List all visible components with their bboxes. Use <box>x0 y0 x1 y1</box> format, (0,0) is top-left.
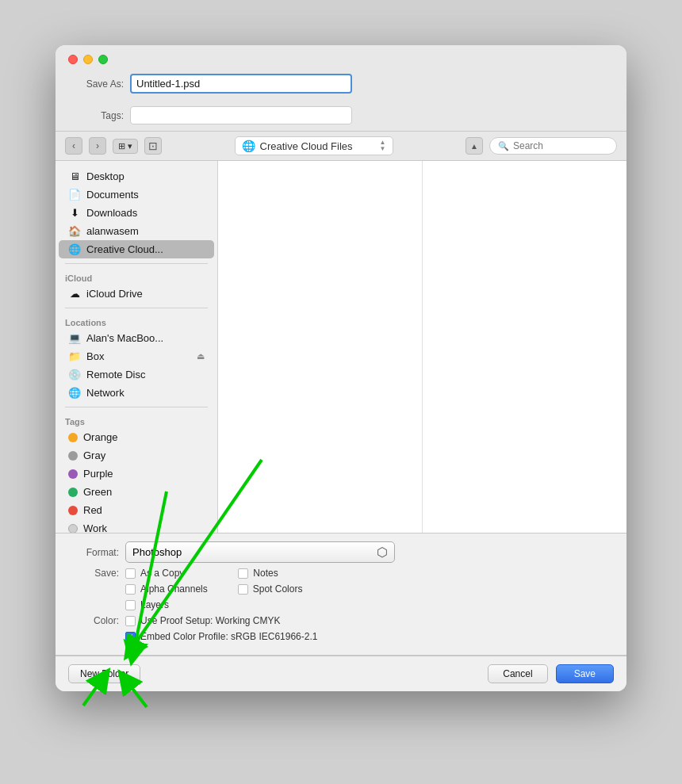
save-options-row: Save: As a Copy Notes <box>71 568 611 579</box>
embed-profile-group: Embed Color Profile: sRGB IEC61966-2.1 <box>125 631 317 642</box>
save-dialog: Save As: Tags: ‹ › ⊞ ▾ ⊡ 🌐 Creative Clou… <box>56 45 626 691</box>
format-arrow: ⬡ <box>377 545 388 560</box>
save-options-row-3: Layers <box>71 599 611 610</box>
layers-checkbox[interactable] <box>125 600 136 610</box>
purple-dot <box>68 469 78 479</box>
folder-icon: ⊡ <box>148 140 158 152</box>
as-copy-label: As a Copy <box>140 568 184 579</box>
maximize-button[interactable] <box>98 55 108 64</box>
sidebar-item-documents[interactable]: 📄 Documents <box>59 185 214 204</box>
location-dropdown[interactable]: 🌐 Creative Cloud Files ▲ ▼ <box>235 136 393 155</box>
back-button[interactable]: ‹ <box>65 137 82 155</box>
as-copy-checkbox[interactable] <box>125 568 136 579</box>
save-button[interactable]: Save <box>556 664 614 683</box>
as-copy-group: As a Copy <box>125 568 184 579</box>
tag-label: Green <box>83 486 112 498</box>
sidebar-item-label: Remote Disc <box>86 369 145 381</box>
sidebar-item-remote-disc[interactable]: 💿 Remote Disc <box>59 365 214 384</box>
gray-dot <box>68 451 78 461</box>
save-label: Save: <box>71 568 119 579</box>
tag-label: Work <box>83 522 107 533</box>
sidebar-item-downloads[interactable]: ⬇ Downloads <box>59 204 214 222</box>
color-label: Color: <box>71 615 119 626</box>
search-input[interactable] <box>513 140 608 151</box>
notes-group: Notes <box>238 568 278 579</box>
sidebar-item-label: Downloads <box>86 207 137 219</box>
notes-label: Notes <box>253 568 278 579</box>
filename-input[interactable] <box>130 74 352 94</box>
icloud-icon: ☁ <box>68 288 81 300</box>
search-icon: 🔍 <box>498 141 509 151</box>
work-dot <box>68 524 78 534</box>
save-options-row-2: Alpha Channels Spot Colors <box>71 583 611 595</box>
format-value: Photoshop <box>132 546 182 558</box>
new-folder-icon-button[interactable]: ⊡ <box>144 137 162 155</box>
view-arrow: ▾ <box>128 141 132 151</box>
sidebar-item-label: Documents <box>86 189 139 201</box>
notes-checkbox[interactable] <box>238 568 248 579</box>
embed-profile-label: Embed Color Profile: sRGB IEC61966-2.1 <box>140 631 317 642</box>
minimize-button[interactable] <box>83 55 93 64</box>
toolbar: ‹ › ⊞ ▾ ⊡ 🌐 Creative Cloud Files ▲ ▼ ▲ 🔍 <box>56 132 626 161</box>
alpha-channels-checkbox[interactable] <box>125 584 136 595</box>
eject-icon[interactable]: ⏏ <box>197 351 205 361</box>
alpha-channels-group: Alpha Channels <box>125 583 208 595</box>
sidebar-item-network[interactable]: 🌐 Network <box>59 384 214 402</box>
sidebar-item-label: iCloud Drive <box>86 288 143 300</box>
format-select[interactable]: Photoshop ⬡ <box>125 541 395 563</box>
sidebar-item-box[interactable]: 📁 Box ⏏ <box>59 347 214 365</box>
file-panel-left <box>218 161 423 533</box>
new-folder-button[interactable]: New Folder <box>68 664 140 683</box>
view-options-button[interactable]: ⊞ ▾ <box>113 139 138 154</box>
creative-cloud-icon: 🌐 <box>68 243 81 255</box>
embed-profile-checkbox[interactable] <box>125 632 136 642</box>
spot-colors-checkbox[interactable] <box>238 584 248 595</box>
options-area: Format: Photoshop ⬡ Save: As a Copy Note… <box>56 534 626 656</box>
icloud-section-label: iCloud <box>56 269 217 285</box>
save-as-row: Save As: <box>68 74 614 94</box>
close-button[interactable] <box>68 55 78 64</box>
locations-section-label: Locations <box>56 313 217 329</box>
red-dot <box>68 506 78 515</box>
remote-disc-icon: 💿 <box>68 369 81 381</box>
spot-colors-group: Spot Colors <box>238 583 303 595</box>
tags-input[interactable] <box>130 106 352 124</box>
tag-label: Gray <box>83 449 105 461</box>
desktop-icon: 🖥 <box>68 170 81 182</box>
tag-label: Red <box>83 504 102 516</box>
sidebar-item-label: Alan's MacBoo... <box>86 332 163 344</box>
sidebar-item-label: Box <box>86 350 104 362</box>
location-text: Creative Cloud Files <box>260 140 375 152</box>
use-proof-label: Use Proof Setup: Working CMYK <box>140 615 281 626</box>
sidebar-item-tag-gray[interactable]: Gray <box>59 446 214 465</box>
sidebar-divider-1 <box>65 263 208 264</box>
expand-button[interactable]: ▲ <box>466 137 483 155</box>
sidebar-item-icloud-drive[interactable]: ☁ iCloud Drive <box>59 285 214 303</box>
location-arrows: ▲ ▼ <box>380 140 386 152</box>
sidebar-item-macbook[interactable]: 💻 Alan's MacBoo... <box>59 329 214 347</box>
forward-button[interactable]: › <box>89 137 106 155</box>
alpha-channels-label: Alpha Channels <box>140 583 208 595</box>
sidebar-item-tag-red[interactable]: Red <box>59 501 214 519</box>
spot-colors-label: Spot Colors <box>253 583 303 595</box>
cancel-button[interactable]: Cancel <box>488 664 547 683</box>
sidebar-item-tag-work[interactable]: Work <box>59 519 214 533</box>
orange-dot <box>68 433 78 442</box>
sidebar-item-creative-cloud[interactable]: 🌐 Creative Cloud... <box>59 240 214 258</box>
sidebar-item-desktop[interactable]: 🖥 Desktop <box>59 167 214 185</box>
location-folder-icon: 🌐 <box>242 140 255 152</box>
sidebar-item-tag-purple[interactable]: Purple <box>59 465 214 483</box>
box-icon: 📁 <box>68 350 81 362</box>
sidebar-item-alanwasem[interactable]: 🏠 alanwasem <box>59 222 214 240</box>
downloads-icon: ⬇ <box>68 207 81 219</box>
sidebar-item-label: alanwasem <box>86 225 139 237</box>
use-proof-checkbox[interactable] <box>125 616 136 626</box>
macbook-icon: 💻 <box>68 332 81 344</box>
main-area: 🖥 Desktop 📄 Documents ⬇ Downloads 🏠 alan… <box>56 161 626 534</box>
tags-section-label: Tags <box>56 412 217 428</box>
sidebar-item-tag-green[interactable]: Green <box>59 483 214 501</box>
traffic-lights <box>68 55 614 64</box>
title-bar: Save As: Tags: <box>56 45 626 132</box>
search-box[interactable]: 🔍 <box>489 137 617 155</box>
sidebar-item-tag-orange[interactable]: Orange <box>59 428 214 446</box>
